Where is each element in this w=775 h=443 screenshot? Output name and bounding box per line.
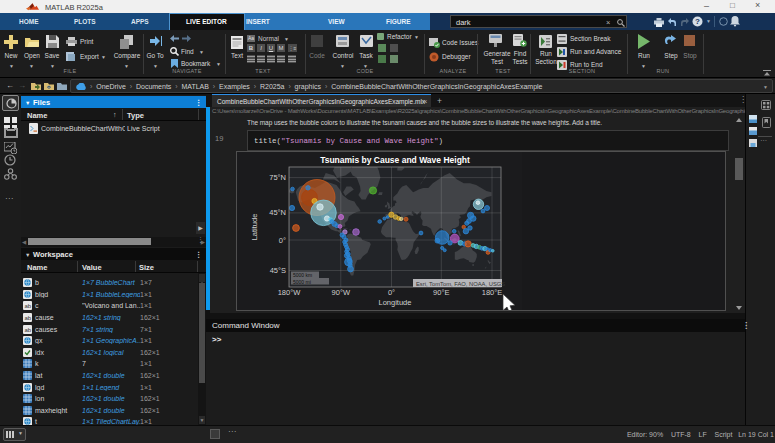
svg-text:Esri, TomTom, FAO, NOAA, USGS: Esri, TomTom, FAO, NOAA, USGS bbox=[416, 281, 505, 287]
svg-text:0°: 0° bbox=[388, 288, 395, 297]
svg-text:75°N: 75°N bbox=[269, 173, 286, 182]
svg-text:90°W: 90°W bbox=[332, 288, 351, 297]
svg-text:?: ? bbox=[695, 17, 700, 26]
svg-text:Tsunamis by Cause and Wave Hei: Tsunamis by Cause and Wave Height bbox=[320, 155, 470, 165]
svg-text:90°E: 90°E bbox=[433, 288, 449, 297]
svg-text:5000 mi: 5000 mi bbox=[293, 279, 311, 285]
svg-text:ab: ab bbox=[25, 315, 32, 321]
svg-text:45°N: 45°N bbox=[269, 208, 286, 217]
svg-text:5000 km: 5000 km bbox=[293, 272, 312, 278]
svg-text:Longitude: Longitude bbox=[379, 298, 412, 307]
svg-text:0°: 0° bbox=[279, 236, 286, 245]
svg-text:45°S: 45°S bbox=[270, 266, 286, 275]
svg-text:180°W: 180°W bbox=[278, 288, 302, 297]
svg-text:Latitude: Latitude bbox=[250, 214, 259, 241]
svg-text:180°E: 180°E bbox=[482, 288, 503, 297]
svg-text:ab: ab bbox=[25, 303, 32, 309]
svg-text:ab: ab bbox=[25, 327, 32, 333]
